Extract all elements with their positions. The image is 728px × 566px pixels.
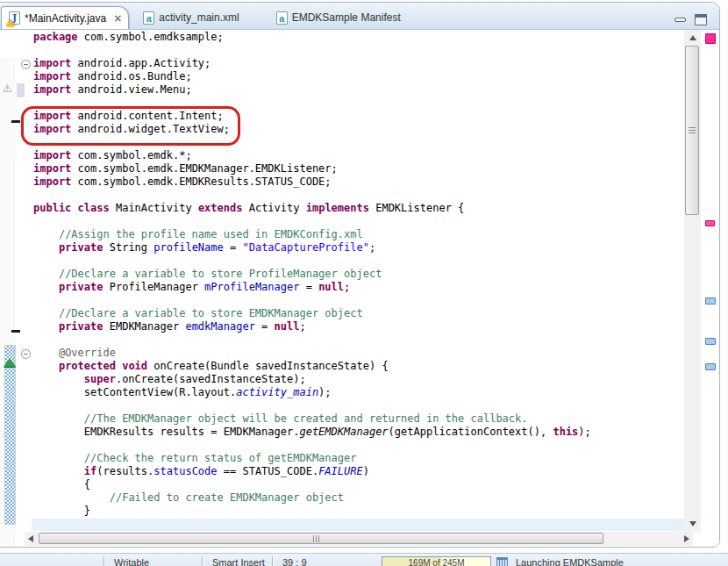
- horizontal-scrollbar[interactable]: [25, 532, 693, 546]
- horizontal-scroll-thumb[interactable]: [39, 533, 603, 544]
- code-line[interactable]: protected void onCreate(Bundle savedInst…: [33, 360, 684, 373]
- code-line[interactable]: [33, 294, 684, 307]
- code-line[interactable]: if(results.statusCode == STATUS_CODE.FAI…: [33, 465, 684, 478]
- pink-marker[interactable]: [705, 220, 715, 226]
- code-line[interactable]: //Check the return status of getEMDKMana…: [33, 452, 684, 465]
- code-line[interactable]: private String profileName = "DataCaptur…: [33, 241, 684, 254]
- separator: [272, 556, 273, 566]
- code-line[interactable]: [33, 189, 684, 202]
- overview-ruler: [703, 30, 717, 544]
- diff-hatch-bar: [4, 345, 16, 525]
- code-line[interactable]: EMDKResults results = EMDKManager.getEMD…: [33, 426, 684, 439]
- scroll-up-icon[interactable]: [689, 35, 696, 40]
- separator: [202, 556, 203, 566]
- status-bar: Writable Smart Insert 39 : 9 169M of 245…: [0, 553, 728, 566]
- code-line[interactable]: //Declare a variable to store ProfileMan…: [33, 268, 684, 281]
- red-annotation-box: [21, 106, 240, 146]
- writable-status: Writable: [114, 557, 149, 566]
- code-line[interactable]: import android.app.Activity;: [33, 57, 684, 70]
- tab-label: EMDKSample Manifest: [292, 11, 401, 24]
- tab-activity-main-xml[interactable]: a activity_main.xml: [136, 6, 251, 29]
- heap-status-gauge: 169M of 245M: [382, 556, 491, 566]
- close-icon[interactable]: ×: [114, 14, 121, 23]
- insert-mode-status: Smart Insert: [212, 557, 265, 566]
- scroll-down-icon[interactable]: [689, 521, 696, 527]
- code-line[interactable]: [33, 333, 684, 347]
- fold-collapse-icon[interactable]: [21, 349, 31, 359]
- android-xml-icon: a: [143, 11, 154, 25]
- code-line[interactable]: [33, 254, 684, 268]
- code-line[interactable]: [33, 44, 684, 57]
- vertical-scrollbar[interactable]: [684, 30, 701, 532]
- code-line[interactable]: {: [33, 478, 684, 491]
- scroll-left-icon[interactable]: [28, 535, 33, 542]
- maximize-icon[interactable]: [695, 14, 707, 25]
- eclipse-editor-window: J *MainActivity.java × a activity_main.x…: [0, 0, 728, 566]
- code-line[interactable]: super.onCreate(savedInstanceState);: [33, 373, 684, 386]
- thumb-grip: [313, 535, 320, 542]
- code-line[interactable]: }: [33, 505, 684, 518]
- warning-icon: ⚠: [3, 82, 12, 95]
- tab-mainactivity-java[interactable]: J *MainActivity.java ×: [1, 6, 129, 29]
- garbage-collect-icon[interactable]: [496, 557, 508, 566]
- cursor-position: 39 : 9: [282, 557, 307, 566]
- vertical-scroll-thumb[interactable]: [685, 46, 699, 215]
- status-message: Launching EMDKSample: [516, 557, 624, 566]
- change-dash-marker: [11, 120, 20, 123]
- scroll-right-icon[interactable]: [684, 535, 689, 542]
- tab-label: *MainActivity.java: [25, 12, 106, 25]
- blue-marker[interactable]: [705, 338, 716, 345]
- change-dash-marker: [11, 330, 20, 333]
- code-line[interactable]: //The EMDKManager object will be created…: [33, 412, 684, 426]
- code-line[interactable]: private EMDKManager emdkManager = null;: [33, 320, 684, 333]
- warning-overlay-icon: [6, 19, 15, 26]
- tab-label: activity_main.xml: [159, 11, 239, 24]
- code-line[interactable]: @Override: [33, 347, 684, 360]
- separator: [103, 556, 104, 566]
- code-area[interactable]: package com.symbol.emdksample;import and…: [32, 27, 684, 530]
- code-line[interactable]: //Declare a variable to store EMDKManage…: [33, 307, 684, 320]
- code-line[interactable]: //Failed to create EMDKManager object: [33, 491, 684, 505]
- error-marker[interactable]: [705, 33, 716, 44]
- blue-marker[interactable]: [705, 363, 716, 370]
- code-line[interactable]: import android.os.Bundle;: [33, 70, 684, 83]
- fold-collapse-icon[interactable]: [21, 60, 31, 69]
- thumb-grip: [689, 127, 696, 134]
- android-xml-icon: a: [276, 11, 288, 25]
- code-line[interactable]: import com.symbol.emdk.*;: [33, 149, 684, 162]
- code-line[interactable]: package com.symbol.emdksample;: [33, 31, 684, 44]
- code-line[interactable]: [33, 215, 684, 228]
- tab-emdksample-manifest[interactable]: a EMDKSample Manifest: [269, 6, 413, 29]
- java-file-warning-icon: J: [9, 11, 20, 25]
- blue-marker[interactable]: [705, 297, 716, 304]
- code-line[interactable]: [33, 399, 684, 412]
- code-line[interactable]: private ProfileManager mProfileManager =…: [33, 281, 684, 294]
- code-line[interactable]: import com.symbol.emdk.EMDKResults.STATU…: [33, 176, 684, 189]
- code-line[interactable]: public class MainActivity extends Activi…: [33, 202, 684, 215]
- code-line[interactable]: import com.symbol.emdk.EMDKManager.EMDKL…: [33, 162, 684, 176]
- green-triangle-marker: [4, 358, 16, 367]
- range-indicator: [17, 83, 25, 97]
- code-line[interactable]: setContentView(R.layout.activity_main);: [33, 386, 684, 399]
- code-line[interactable]: import android.view.Menu;: [33, 83, 684, 97]
- minimize-icon[interactable]: [674, 18, 686, 22]
- code-line[interactable]: [33, 439, 684, 452]
- code-line[interactable]: //Assign the profile name used in EMDKCo…: [33, 228, 684, 241]
- tab-bar: J *MainActivity.java × a activity_main.x…: [0, 3, 719, 30]
